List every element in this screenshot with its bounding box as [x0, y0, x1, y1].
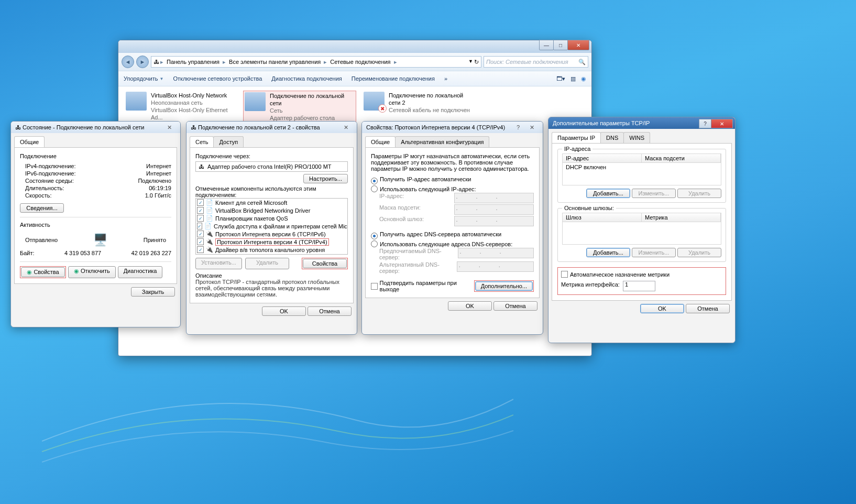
- adapter-icon: [126, 92, 147, 111]
- network-icon: 🖧: [15, 124, 21, 130]
- properties-button[interactable]: ◉ Свойства: [21, 267, 65, 277]
- adapter-icon: 🖧: [199, 163, 204, 170]
- close-button[interactable]: ✕: [567, 40, 589, 50]
- forward-button[interactable]: ►: [136, 56, 149, 68]
- close-icon[interactable]: ✕: [524, 124, 540, 131]
- tab-dns[interactable]: DNS: [600, 132, 624, 143]
- ok-button[interactable]: OK: [640, 304, 684, 313]
- install-button[interactable]: Установить...: [195, 258, 242, 269]
- dialog-title: Подключение по локальной сети 2 - свойст…: [198, 124, 320, 130]
- cmd-disable[interactable]: Отключение сетевого устройства: [173, 75, 262, 82]
- command-bar: Упорядочить ▼ Отключение сетевого устрой…: [118, 71, 591, 86]
- advanced-tcpip-dialog: Дополнительные параметры TCP/IP ? ✕ Пара…: [548, 117, 736, 343]
- disable-button[interactable]: ◉ Отключить: [68, 266, 116, 278]
- bytes-recv: 42 019 263 227: [131, 250, 171, 256]
- description-text: Протокол TCP/IP - стандартный протокол г…: [195, 279, 348, 298]
- cmd-rename[interactable]: Переименование подключения: [352, 75, 435, 82]
- tab-ip-settings[interactable]: Параметры IP: [552, 132, 601, 143]
- gateways-list[interactable]: [562, 222, 721, 245]
- diagnose-button[interactable]: Диагностика: [118, 266, 163, 278]
- ip-addresses-list[interactable]: DHCP включен: [562, 163, 721, 185]
- status-dialog: 🖧 Состояние - Подключение по локальной с…: [10, 121, 181, 327]
- add-ip-button[interactable]: Добавить...: [586, 189, 630, 198]
- alternate-dns-field: ...: [457, 261, 534, 272]
- minimize-button[interactable]: —: [539, 40, 554, 50]
- tab-access[interactable]: Доступ: [213, 136, 244, 147]
- components-list[interactable]: ✓📄 Клиент для сетей Microsoft ✓📄 Virtual…: [195, 198, 348, 255]
- close-button[interactable]: Закрыть: [131, 287, 175, 297]
- tab-wins[interactable]: WINS: [623, 132, 650, 143]
- cmd-diagnose[interactable]: Диагностика подключения: [271, 75, 342, 82]
- adapter-field: 🖧Адаптер рабочего стола Intel(R) PRO/100…: [195, 161, 348, 172]
- tab-network[interactable]: Сеть: [190, 136, 214, 147]
- radio-use-dns[interactable]: Использовать следующие адреса DNS-сервер…: [371, 240, 534, 247]
- adapter-icon: [245, 92, 266, 111]
- bytes-sent: 4 319 053 877: [64, 250, 101, 256]
- ok-button[interactable]: OK: [262, 306, 306, 316]
- activity-icon: 🖥️: [93, 233, 107, 247]
- interface-metric-input[interactable]: 1: [623, 281, 655, 291]
- radio-obtain-dns-auto[interactable]: Получить адрес DNS-сервера автоматически: [371, 231, 534, 239]
- cancel-button[interactable]: Отмена: [493, 301, 537, 311]
- dialog-title: Дополнительные параметры TCP/IP: [553, 120, 650, 126]
- preview-pane-icon[interactable]: ▥: [570, 75, 576, 82]
- view-icon[interactable]: 🗔▾: [556, 75, 565, 82]
- dialog-title: Свойства: Протокол Интернета версии 4 (T…: [366, 124, 505, 130]
- validate-checkbox[interactable]: [371, 283, 378, 290]
- wallpaper-swoosh: [42, 336, 513, 473]
- close-button[interactable]: ✕: [711, 119, 733, 128]
- uninstall-button[interactable]: Удалить: [245, 258, 289, 269]
- network-icon: 🖧: [191, 124, 196, 130]
- help-icon[interactable]: ◉: [581, 75, 586, 82]
- edit-gw-button[interactable]: Изменить...: [632, 248, 676, 257]
- remove-ip-button[interactable]: Удалить: [677, 189, 721, 198]
- maximize-button[interactable]: □: [553, 40, 568, 50]
- details-button[interactable]: Сведения...: [20, 203, 64, 213]
- auto-metric-checkbox[interactable]: [561, 271, 568, 278]
- edit-ip-button[interactable]: Изменить...: [632, 189, 676, 198]
- subnet-mask-field: ...: [454, 204, 534, 215]
- add-gw-button[interactable]: Добавить...: [586, 248, 630, 257]
- tab-general[interactable]: Общие: [14, 136, 45, 147]
- item-properties-button[interactable]: Свойства: [303, 259, 347, 268]
- advanced-button[interactable]: Дополнительно...: [475, 281, 533, 291]
- tab-general[interactable]: Общие: [365, 136, 396, 147]
- remove-gw-button[interactable]: Удалить: [677, 248, 721, 257]
- radio-obtain-ip-auto[interactable]: Получить IP-адрес автоматически: [371, 176, 534, 184]
- cmd-more[interactable]: »: [444, 75, 447, 82]
- group-connection: Подключение: [20, 153, 171, 159]
- help-button[interactable]: ?: [699, 119, 711, 128]
- tab-alternate[interactable]: Альтернативная конфигурация: [395, 136, 489, 147]
- ip-address-field: ...: [454, 193, 534, 203]
- radio-use-ip[interactable]: Использовать следующий IP-адрес:: [371, 185, 534, 192]
- back-button[interactable]: ◄: [122, 56, 134, 68]
- cmd-organize[interactable]: Упорядочить ▼: [124, 75, 163, 82]
- preferred-dns-field: ...: [458, 248, 534, 258]
- control-panel-icon: 🖧: [153, 59, 159, 65]
- adapter-icon: [364, 92, 385, 111]
- search-icon: 🔍: [578, 59, 586, 65]
- adapter-properties-dialog: 🖧 Подключение по локальной сети 2 - свой…: [186, 121, 357, 335]
- ok-button[interactable]: OK: [448, 301, 492, 311]
- breadcrumb[interactable]: 🖧 ▸ Панель управления▸ Все элементы пане…: [151, 56, 481, 68]
- search-input[interactable]: Поиск: Сетевые подключения 🔍: [484, 56, 588, 68]
- intro-text: Параметры IP могут назначаться автоматич…: [371, 153, 534, 172]
- cancel-button[interactable]: Отмена: [686, 304, 730, 313]
- dialog-title: Состояние - Подключение по локальной сет…: [23, 124, 144, 130]
- close-icon[interactable]: ✕: [338, 124, 354, 131]
- group-activity: Активность: [20, 222, 171, 228]
- ipv4-properties-dialog: Свойства: Протокол Интернета версии 4 (T…: [361, 121, 543, 335]
- gateway-field: ...: [454, 216, 534, 226]
- cancel-button[interactable]: Отмена: [308, 306, 352, 316]
- configure-button[interactable]: Настроить...: [303, 174, 348, 183]
- close-icon[interactable]: ✕: [161, 124, 177, 131]
